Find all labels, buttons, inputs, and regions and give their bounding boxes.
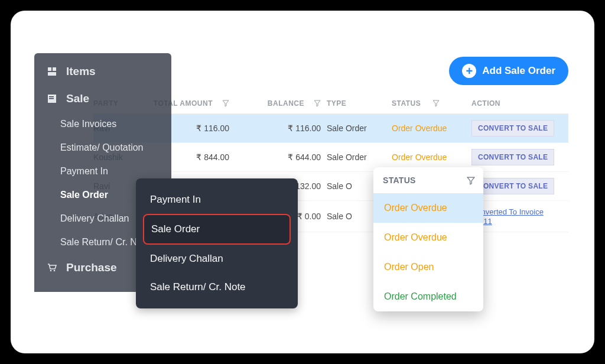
add-sale-order-button[interactable]: + Add Sale Order	[449, 57, 568, 85]
sidebar-label: Items	[66, 65, 96, 78]
sidebar-subitem[interactable]: Estimate/ Quotation	[34, 136, 171, 160]
submenu-item[interactable]: Sale Return/ Cr. Note	[143, 273, 291, 301]
col-header-action: ACTION	[471, 99, 566, 108]
status-option[interactable]: Order Open	[373, 252, 483, 282]
svg-point-7	[54, 270, 56, 272]
sidebar-label: Sale	[66, 92, 89, 105]
submenu-item[interactable]: Payment In	[143, 186, 291, 214]
balance-cell: ₹ 116.00	[235, 124, 327, 133]
convert-to-sale-button[interactable]: CONVERT TO SALE	[471, 178, 554, 194]
submenu-item[interactable]: Sale Order	[143, 214, 291, 245]
status-cell: Order Overdue	[392, 152, 471, 162]
add-sale-order-label: Add Sale Order	[482, 65, 555, 77]
filter-icon[interactable]	[314, 100, 321, 107]
sidebar-item-sale[interactable]: Sale	[34, 85, 171, 112]
sidebar-item-items[interactable]: Items	[34, 58, 171, 85]
filter-icon[interactable]	[222, 100, 229, 107]
action-cell: CONVERT TO SALE	[471, 120, 566, 136]
status-cell: Order Overdue	[392, 124, 471, 133]
svg-rect-4	[49, 96, 54, 98]
svg-rect-1	[53, 67, 56, 71]
convert-to-sale-button[interactable]: CONVERT TO SALE	[471, 149, 554, 165]
filter-icon[interactable]	[432, 100, 440, 107]
status-option[interactable]: Order Overdue	[373, 223, 483, 252]
items-icon	[46, 66, 58, 77]
cart-icon	[46, 262, 58, 273]
status-popover-header: STATUS	[373, 167, 483, 193]
app-frame: + Add Sale Order PARTY TOTAL AMOUNT BALA…	[11, 11, 594, 353]
sidebar-label: Purchase	[66, 261, 117, 274]
svg-point-6	[50, 270, 52, 272]
plus-icon: +	[462, 64, 476, 78]
col-header-type: TYPE	[327, 99, 392, 108]
action-cell: CONVERT TO SALE	[471, 149, 566, 165]
submenu-item[interactable]: Delivery Challan	[143, 245, 291, 273]
svg-rect-0	[48, 67, 51, 71]
col-header-balance[interactable]: BALANCE	[235, 99, 327, 108]
sale-icon	[46, 93, 58, 104]
status-option[interactable]: Order Overdue	[373, 193, 483, 223]
filter-icon[interactable]	[467, 177, 474, 184]
type-cell: Sale Order	[327, 124, 392, 133]
status-filter-popover: STATUS Order OverdueOrder OverdueOrder O…	[373, 167, 483, 311]
action-cell: CONVERT TO SALE	[471, 178, 566, 194]
convert-to-sale-button[interactable]: CONVERT TO SALE	[471, 120, 554, 136]
sidebar-subitem[interactable]: Sale Invoices	[34, 112, 171, 136]
svg-rect-2	[48, 72, 56, 76]
type-cell: Sale Order	[327, 152, 392, 162]
balance-cell: ₹ 644.00	[235, 152, 327, 162]
col-header-status[interactable]: STATUS	[392, 99, 471, 108]
sale-submenu-popover: Payment InSale OrderDelivery ChallanSale…	[136, 178, 298, 308]
action-cell: Converted To Invoice No.11	[471, 207, 566, 226]
status-option[interactable]: Order Completed	[373, 282, 483, 311]
svg-rect-5	[49, 98, 54, 99]
